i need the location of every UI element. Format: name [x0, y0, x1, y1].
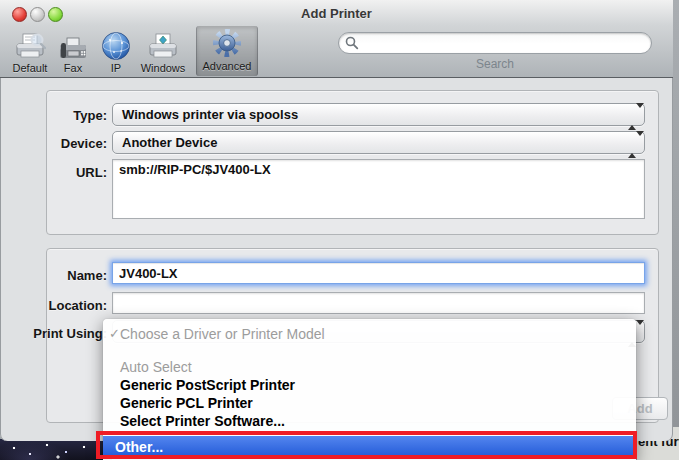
toolbar-label: Fax	[52, 62, 94, 74]
toolbar-label: IP	[94, 62, 138, 74]
gear-icon	[197, 26, 257, 59]
stepper-arrows-icon	[628, 136, 637, 154]
background-window-edge	[672, 0, 679, 460]
printer-windows-icon	[134, 27, 192, 61]
toolbar-item-fax[interactable]: Fax	[52, 27, 94, 75]
type-popup[interactable]: Windows printer via spoolss	[112, 103, 645, 126]
title-toolbar-area: Add Printer Default	[0, 0, 673, 78]
menu-item-generic-postscript[interactable]: Generic PostScript Printer	[103, 375, 636, 395]
menu-item-choose-driver[interactable]: ✓ Choose a Driver or Printer Model	[103, 324, 636, 344]
type-label: Type:	[0, 108, 107, 123]
menu-item-select-printer-software[interactable]: Select Printer Software...	[103, 411, 636, 431]
location-field[interactable]	[112, 292, 645, 314]
type-value: Windows printer via spoolss	[122, 107, 298, 122]
location-label: Location:	[0, 298, 107, 313]
search-caption: Search	[338, 57, 652, 71]
checkmark-icon: ✓	[109, 324, 120, 344]
window-title: Add Printer	[0, 6, 673, 21]
toolbar-item-windows[interactable]: Windows	[134, 27, 192, 75]
toolbar-item-ip[interactable]: IP	[94, 27, 138, 75]
printer-search-icon	[6, 27, 54, 61]
search-icon	[345, 36, 359, 50]
toolbar-label: Advanced	[197, 60, 257, 72]
toolbar-label: Windows	[134, 62, 192, 74]
device-value: Another Device	[122, 135, 217, 150]
device-label: Device:	[0, 136, 107, 151]
toolbar-label: Default	[6, 62, 54, 74]
stepper-arrows-icon	[628, 108, 637, 126]
menu-item-auto-select[interactable]: Auto Select	[103, 357, 636, 377]
globe-icon	[94, 27, 138, 61]
menu-item-generic-pcl[interactable]: Generic PCL Printer	[103, 393, 636, 413]
toolbar-item-default[interactable]: Default	[6, 27, 54, 75]
url-field[interactable]: smb://RIP-PC/$JV400-LX	[112, 159, 645, 219]
name-label: Name:	[0, 268, 107, 283]
device-popup[interactable]: Another Device	[112, 131, 645, 154]
annotation-highlight-rect	[96, 431, 637, 459]
search-input[interactable]	[338, 32, 652, 54]
screenshot-root: ent furth Add Printer	[0, 0, 679, 460]
toolbar-item-advanced[interactable]: Advanced	[196, 26, 258, 76]
url-label: URL:	[0, 165, 107, 180]
print-using-label: Print Using:	[0, 326, 107, 341]
fax-icon	[52, 27, 94, 61]
name-field[interactable]	[112, 262, 645, 284]
